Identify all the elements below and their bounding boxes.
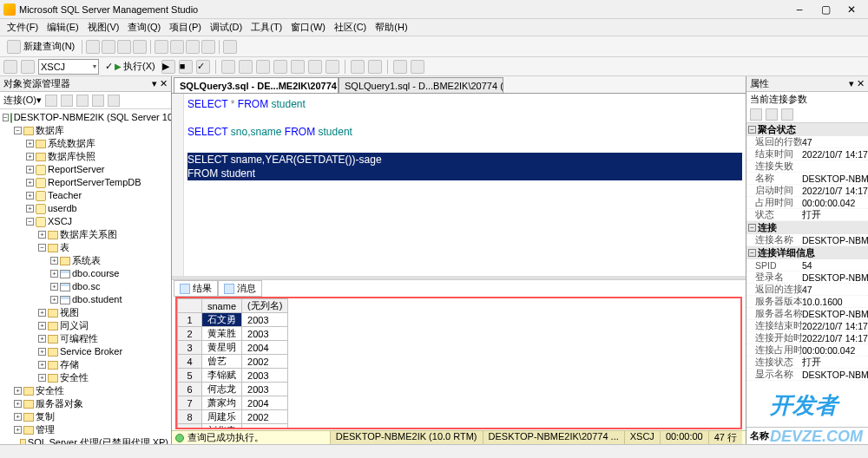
connect-button[interactable]: 连接(O)▾ xyxy=(3,94,42,107)
tree-node[interactable]: +同义词 xyxy=(2,319,169,332)
tree-node[interactable]: +dbo.course xyxy=(2,267,169,280)
props-icon[interactable] xyxy=(781,108,793,121)
property-row[interactable]: 服务器版本10.0.1600 xyxy=(746,296,868,308)
refresh-icon[interactable] xyxy=(108,95,120,107)
toolbar-icon[interactable] xyxy=(86,40,100,54)
property-row[interactable]: 连接开始时间2022/10/7 14:17: xyxy=(746,332,868,344)
property-grid[interactable]: −聚合状态返回的行数47结束时间2022/10/7 14:17:连接失败名称DE… xyxy=(746,123,868,427)
property-row[interactable]: 占用时间00:00:00.042 xyxy=(746,197,868,209)
property-row[interactable]: 名称DESKTOP-NBME2 xyxy=(746,173,868,185)
tab-results[interactable]: 结果 xyxy=(174,280,218,297)
toolbar-icon[interactable] xyxy=(117,40,131,54)
expand-icon[interactable]: + xyxy=(38,348,46,356)
collapse-icon[interactable]: − xyxy=(748,126,756,134)
table-row[interactable]: 4曾艺2002 xyxy=(178,355,288,369)
property-row[interactable]: 服务器名称DESKTOP-NBME2 xyxy=(746,308,868,320)
categorize-icon[interactable] xyxy=(750,108,762,121)
tree-node[interactable]: +ReportServer xyxy=(2,163,169,176)
menu-window[interactable]: 窗口(W) xyxy=(287,19,329,36)
tree-node[interactable]: +数据库关系图 xyxy=(2,228,169,241)
close-button[interactable]: ✕ xyxy=(838,3,865,16)
tree-node[interactable]: +数据库快照 xyxy=(2,150,169,163)
toolbar-icon[interactable] xyxy=(239,60,253,74)
toolbar-icon[interactable] xyxy=(273,60,287,74)
results-grid[interactable]: sname(无列名)1石文勇20032黄茉胜20033黄星明20044曾艺200… xyxy=(175,297,742,429)
table-row[interactable]: 2黄茉胜2003 xyxy=(178,327,288,341)
property-row[interactable]: 返回的行数47 xyxy=(746,136,868,148)
menu-query[interactable]: 查询(Q) xyxy=(124,19,164,36)
menu-edit[interactable]: 编辑(E) xyxy=(43,19,82,36)
uncomment-icon[interactable] xyxy=(411,60,424,74)
minimize-button[interactable]: – xyxy=(786,3,812,16)
property-category[interactable]: −连接 xyxy=(746,221,868,234)
expand-icon[interactable]: + xyxy=(38,309,46,317)
tree-node[interactable]: +Teacher xyxy=(2,189,169,202)
property-category[interactable]: −聚合状态 xyxy=(746,123,868,136)
expand-icon[interactable]: + xyxy=(50,270,58,278)
save-all-icon[interactable] xyxy=(186,40,200,54)
table-row[interactable]: 5李锦赋2003 xyxy=(178,369,288,383)
tree-node[interactable]: +复制 xyxy=(2,410,169,423)
expand-icon[interactable]: + xyxy=(14,413,22,421)
expand-icon[interactable]: + xyxy=(50,283,58,291)
tree-node[interactable]: −数据库 xyxy=(2,124,169,137)
object-tree[interactable]: − DESKTOP-NBME2IK (SQL Server 10.0.160 −… xyxy=(0,109,171,444)
toolbar-icon[interactable] xyxy=(221,60,235,74)
expand-icon[interactable]: + xyxy=(38,374,46,382)
collapse-icon[interactable]: − xyxy=(748,224,756,232)
activity-icon[interactable] xyxy=(223,40,237,54)
comment-icon[interactable] xyxy=(393,60,407,74)
expand-icon[interactable]: − xyxy=(26,218,34,226)
tree-node[interactable]: +ReportServerTempDB xyxy=(2,176,169,189)
maximize-button[interactable]: ▢ xyxy=(812,3,838,16)
menu-tools[interactable]: 工具(T) xyxy=(247,19,286,36)
indent-icon[interactable] xyxy=(351,60,365,74)
property-row[interactable]: 连接占用时间00:00:00.042 xyxy=(746,344,868,357)
toolbar-icon[interactable] xyxy=(3,60,17,74)
tree-node[interactable]: +服务器对象 xyxy=(2,397,169,410)
tree-node[interactable]: SQL Server 代理(已禁用代理 XP) xyxy=(2,436,169,444)
tree-node[interactable]: +安全性 xyxy=(2,371,169,384)
property-row[interactable]: 结束时间2022/10/7 14:17: xyxy=(746,148,868,160)
expand-icon[interactable]: + xyxy=(14,426,22,434)
collapse-icon[interactable]: − xyxy=(748,249,756,257)
menu-file[interactable]: 文件(F) xyxy=(3,19,42,36)
outdent-icon[interactable] xyxy=(368,60,382,74)
open-icon[interactable] xyxy=(155,40,168,54)
tree-root[interactable]: − DESKTOP-NBME2IK (SQL Server 10.0.160 xyxy=(2,111,169,124)
alpha-icon[interactable] xyxy=(766,108,778,121)
expand-icon[interactable]: + xyxy=(26,179,34,186)
tree-node[interactable]: +系统表 xyxy=(2,254,169,267)
property-row[interactable]: 启动时间2022/10/7 14:17: xyxy=(746,185,868,197)
table-row[interactable]: 1石文勇2003 xyxy=(178,313,288,327)
menu-project[interactable]: 项目(P) xyxy=(166,19,205,36)
property-row[interactable]: 返回的连接行数47 xyxy=(746,284,868,296)
tree-node[interactable]: +管理 xyxy=(2,423,169,436)
column-header[interactable]: sname xyxy=(202,299,242,313)
property-category[interactable]: −连接详细信息 xyxy=(746,246,868,259)
expand-icon[interactable]: − xyxy=(14,127,22,134)
tree-node[interactable]: +dbo.student xyxy=(2,293,169,306)
property-row[interactable]: 显示名称DESKTOP-NBME2 xyxy=(746,369,868,381)
pane-dropdown-icon[interactable]: ▾ ✕ xyxy=(152,78,168,89)
tree-node[interactable]: +视图 xyxy=(2,306,169,319)
tree-node[interactable]: +存储 xyxy=(2,358,169,371)
tree-node[interactable]: +可编程性 xyxy=(2,332,169,345)
tree-node[interactable]: +dbo.sc xyxy=(2,280,169,293)
property-row[interactable]: 登录名DESKTOP-NBME2 xyxy=(746,272,868,284)
pane-close-icon[interactable]: ▾ ✕ xyxy=(849,78,865,89)
tree-node[interactable]: +Service Broker xyxy=(2,345,169,358)
column-header[interactable]: (无列名) xyxy=(242,299,288,313)
menu-help[interactable]: 帮助(H) xyxy=(372,19,411,36)
debug-icon[interactable]: ▶ xyxy=(161,60,175,74)
stop-icon[interactable] xyxy=(76,95,89,107)
sql-editor[interactable]: SELECT * FROM student SELECT sno,sname F… xyxy=(172,94,746,276)
table-row[interactable]: 8周建乐2002 xyxy=(178,410,288,424)
save-icon[interactable] xyxy=(170,40,184,54)
table-row[interactable]: 9刘华青2003 xyxy=(178,424,288,430)
expand-icon[interactable]: + xyxy=(26,192,34,200)
expand-icon[interactable]: + xyxy=(50,296,58,304)
collapse-icon[interactable]: − xyxy=(3,114,9,121)
new-query-button[interactable]: 新建查询(N) xyxy=(3,40,78,54)
filter-icon[interactable] xyxy=(92,95,104,107)
